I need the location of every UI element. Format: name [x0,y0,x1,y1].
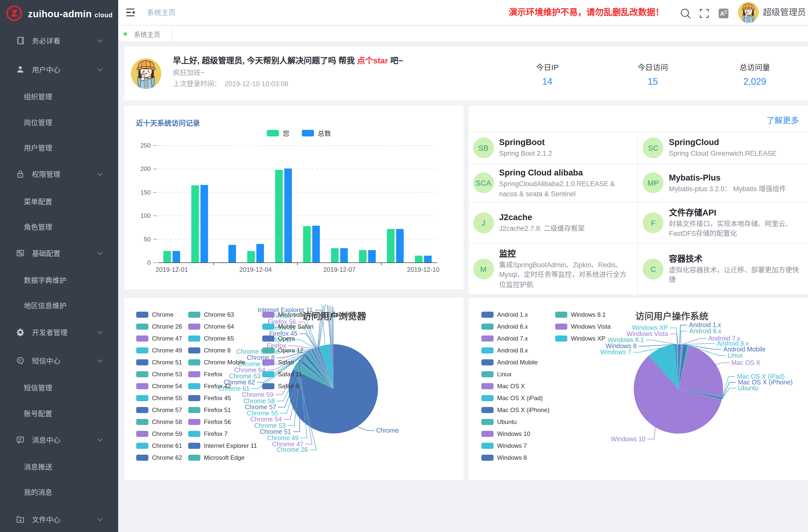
svg-text:Chrome Mobile: Chrome Mobile [204,359,245,366]
svg-text:Mac OS X: Mac OS X [497,383,525,389]
svg-text:Android Mobile: Android Mobile [497,359,537,366]
svg-text:0: 0 [147,259,150,266]
svg-text:Chrome 59: Chrome 59 [152,430,182,437]
svg-text:50: 50 [144,236,150,243]
svg-text:Windows 7: Windows 7 [497,442,527,449]
svg-text:250: 250 [140,142,150,149]
svg-text:Firefox 7: Firefox 7 [204,430,227,437]
svg-text:Safari 11: Safari 11 [278,371,301,378]
svg-text:Ubuntu: Ubuntu [497,418,516,425]
svg-text:Chrome 49: Chrome 49 [152,347,182,354]
svg-text:Opera 12: Opera 12 [278,347,303,354]
svg-text:Chrome 26: Chrome 26 [152,323,182,330]
svg-text:Chrome 8: Chrome 8 [204,347,230,354]
svg-text:Firefox 56: Firefox 56 [204,418,231,425]
svg-text:Android 1.x: Android 1.x [497,311,528,318]
svg-text:Chrome 61: Chrome 61 [152,442,182,449]
svg-text:Windows Vista: Windows Vista [571,323,611,330]
svg-text:Safari 9: Safari 9 [278,383,299,389]
svg-text:Ubuntu: Ubuntu [738,384,758,391]
svg-text:Windows XP: Windows XP [571,335,605,342]
svg-text:Windows 10: Windows 10 [611,435,645,442]
svg-text:Chrome 63: Chrome 63 [204,311,234,318]
svg-text:Windows 8: Windows 8 [497,454,527,461]
svg-text:Chrome 26: Chrome 26 [276,446,308,453]
svg-text:Android 6.x: Android 6.x [497,323,528,330]
svg-text:Android 6.x: Android 6.x [689,327,721,334]
svg-text:2019-12-04: 2019-12-04 [239,266,272,273]
svg-text:Safari: Safari [278,359,294,366]
svg-text:Chrome 55: Chrome 55 [152,395,182,401]
svg-text:文: 文 [724,10,728,14]
svg-text:2019-12-10: 2019-12-10 [407,266,439,273]
svg-text:150: 150 [140,189,150,196]
svg-text:Chrome 64: Chrome 64 [204,323,234,330]
svg-text:2019-12-01: 2019-12-01 [155,266,188,273]
svg-text:访问用户操作系统: 访问用户操作系统 [635,311,708,322]
svg-text:Mac OS X (iPad): Mac OS X (iPad) [497,395,543,401]
svg-text:Linux: Linux [497,371,511,378]
svg-text:Chrome 53: Chrome 53 [152,371,182,378]
svg-text:Chrome 54: Chrome 54 [152,383,182,389]
svg-text:Chrome: Chrome [376,427,399,434]
svg-text:Mac OS X (iPhone): Mac OS X (iPhone) [497,406,549,413]
svg-text:Opera: Opera [278,335,295,342]
svg-text:Firefox 45: Firefox 45 [204,395,231,401]
svg-text:Firefox 51: Firefox 51 [204,406,231,413]
svg-text:Chrome: Chrome [152,311,173,318]
svg-text:200: 200 [140,165,150,172]
svg-text:Chrome 58: Chrome 58 [152,418,182,425]
svg-text:访问用户浏览器: 访问用户浏览器 [302,311,366,322]
svg-text:Chrome 62: Chrome 62 [152,454,182,461]
svg-text:Chrome 47: Chrome 47 [152,335,182,342]
svg-text:Microsoft Edge: Microsoft Edge [204,454,244,461]
svg-text:Firefox 42: Firefox 42 [204,383,231,389]
svg-text:2019-12-07: 2019-12-07 [323,266,355,273]
svg-text:Windows 8.1: Windows 8.1 [571,311,605,318]
svg-text:Windows 10: Windows 10 [497,430,530,437]
svg-text:Z: Z [12,8,17,18]
svg-text:Mobile Safari: Mobile Safari [278,323,313,330]
svg-text:Windows 7: Windows 7 [600,348,631,355]
svg-text:Internet Explorer 11: Internet Explorer 11 [204,442,257,449]
svg-text:100: 100 [140,212,150,219]
svg-text:Firefox: Firefox [204,371,222,378]
svg-text:Chrome 65: Chrome 65 [204,335,234,342]
svg-text:Chrome 57: Chrome 57 [152,406,182,413]
svg-text:Chrome 51: Chrome 51 [152,359,182,366]
svg-text:Android 7.x: Android 7.x [497,335,528,342]
svg-text:Linux: Linux [727,352,742,359]
svg-text:Android 8.x: Android 8.x [497,347,528,354]
svg-text:Mac OS X: Mac OS X [731,359,760,366]
